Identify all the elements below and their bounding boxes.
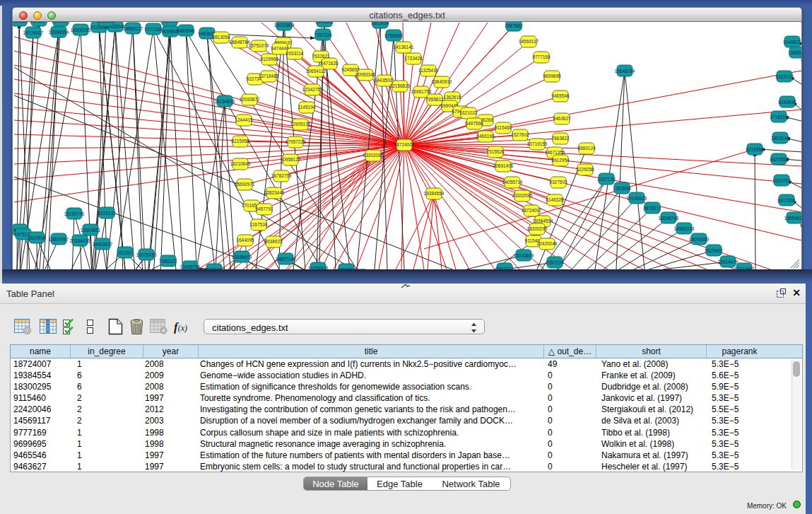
svg-text:1610753: 1610753: [772, 178, 791, 183]
svg-text:1733426: 1733426: [404, 56, 423, 61]
svg-text:13640910: 13640910: [432, 79, 452, 84]
svg-text:13495756: 13495756: [180, 264, 201, 269]
svg-text:1167534: 1167534: [250, 222, 268, 227]
svg-text:9115460: 9115460: [495, 125, 512, 130]
svg-text:18724007: 18724007: [394, 142, 415, 147]
svg-text:8471626: 8471626: [320, 61, 339, 66]
svg-text:20364436: 20364436: [70, 238, 90, 243]
svg-text:1145194: 1145194: [298, 105, 316, 110]
svg-text:8912954: 8912954: [52, 22, 70, 23]
svg-text:6466160: 6466160: [476, 134, 495, 139]
svg-text:9465546: 9465546: [551, 93, 570, 98]
svg-text:8813054: 8813054: [371, 22, 389, 25]
svg-text:16961758: 16961758: [411, 89, 432, 94]
svg-text:7515526: 7515526: [486, 149, 505, 154]
svg-text:2718119: 2718119: [770, 115, 788, 119]
svg-text:7357224: 7357224: [546, 260, 564, 265]
svg-text:1615132: 1615132: [98, 211, 116, 216]
svg-text:14435001: 14435001: [375, 78, 395, 83]
svg-text:12093872: 12093872: [240, 97, 260, 102]
svg-text:14569117: 14569117: [123, 26, 143, 31]
svg-text:9777169: 9777169: [532, 54, 551, 59]
svg-text:16033809: 16033809: [514, 253, 534, 258]
svg-text:15751074: 15751074: [249, 43, 269, 48]
svg-text:8146328: 8146328: [546, 197, 564, 202]
svg-text:19756928: 19756928: [308, 266, 329, 270]
svg-text:8660124: 8660124: [30, 22, 48, 23]
svg-text:19384554: 19384554: [424, 191, 445, 196]
svg-text:20953346: 20953346: [355, 72, 376, 77]
svg-text:8215958: 8215958: [746, 147, 764, 152]
svg-text:12156829: 12156829: [390, 83, 411, 88]
svg-text:9084067: 9084067: [337, 267, 355, 270]
svg-text:1244415: 1244415: [235, 117, 253, 122]
svg-text:7986322: 7986322: [159, 259, 177, 264]
svg-text:8912954: 8912954: [551, 158, 570, 163]
svg-text:12905135: 12905135: [290, 122, 311, 127]
svg-text:3624554: 3624554: [28, 235, 46, 240]
svg-text:23302085: 23302085: [512, 193, 533, 198]
svg-text:10025453: 10025453: [136, 252, 157, 257]
svg-text:16154838: 16154838: [215, 99, 235, 104]
svg-text:14136141: 14136141: [394, 45, 414, 49]
svg-text:9245652: 9245652: [341, 67, 360, 72]
svg-text:10688609: 10688609: [232, 255, 252, 259]
svg-text:8242848: 8242848: [778, 100, 796, 105]
svg-text:18724007: 18724007: [23, 30, 44, 35]
svg-text:9699695: 9699695: [543, 74, 561, 78]
svg-text:5226058: 5226058: [97, 22, 115, 23]
svg-text:1362615: 1362615: [443, 95, 461, 100]
svg-text:6497568: 6497568: [465, 121, 483, 126]
svg-text:19384554: 19384554: [49, 30, 69, 35]
svg-text:9129966: 9129966: [260, 57, 278, 62]
svg-text:12342757: 12342757: [302, 87, 323, 92]
svg-text:9327503: 9327503: [160, 22, 179, 23]
svg-text:7625402: 7625402: [705, 248, 723, 253]
svg-text:7357224: 7357224: [314, 33, 332, 37]
svg-text:9327503: 9327503: [549, 180, 567, 185]
svg-text:11325419: 11325419: [418, 68, 439, 73]
svg-text:8878312: 8878312: [643, 206, 661, 211]
svg-text:22420046: 22420046: [537, 241, 558, 246]
svg-text:23302085: 23302085: [363, 153, 384, 158]
svg-text:1621022: 1621022: [459, 110, 478, 115]
svg-text:1353594: 1353594: [613, 186, 631, 191]
svg-text:18300295: 18300295: [527, 226, 548, 231]
svg-text:5322037: 5322037: [775, 74, 794, 79]
svg-text:7663822: 7663822: [13, 22, 28, 23]
svg-text:8813054: 8813054: [212, 35, 230, 40]
svg-text:18300295: 18300295: [71, 28, 91, 33]
svg-text:8146328: 8146328: [315, 22, 334, 24]
svg-text:8660124: 8660124: [577, 146, 596, 151]
svg-text:9463627: 9463627: [553, 116, 571, 121]
svg-text:1527602: 1527602: [511, 132, 529, 137]
svg-text:16648784: 16648784: [230, 40, 250, 45]
svg-text:12823446: 12823446: [264, 190, 285, 195]
svg-text:12213967: 12213967: [734, 267, 755, 270]
svg-text:14982224: 14982224: [674, 226, 695, 231]
svg-text:16210643: 16210643: [230, 161, 251, 166]
svg-text:62160: 62160: [119, 250, 131, 255]
svg-text:2803144: 2803144: [771, 136, 789, 141]
svg-text:9146821: 9146821: [783, 40, 801, 45]
svg-text:8427552: 8427552: [770, 157, 788, 162]
svg-text:10807487: 10807487: [49, 237, 69, 242]
svg-text:10654112: 10654112: [306, 69, 326, 74]
svg-text:16782759: 16782759: [271, 173, 292, 178]
svg-text:8938923: 8938923: [264, 239, 283, 244]
svg-text:13716485: 13716485: [259, 74, 279, 78]
svg-text:9465546: 9465546: [177, 28, 195, 33]
svg-text:18724007: 18724007: [522, 208, 542, 213]
svg-text:10719155: 10719155: [527, 141, 548, 146]
svg-text:10958127: 10958127: [281, 157, 301, 162]
svg-text:14671355: 14671355: [545, 150, 565, 155]
svg-text:19166825: 19166825: [627, 196, 647, 201]
svg-text:2933114: 2933114: [286, 51, 304, 56]
svg-text:13524851: 13524851: [81, 228, 101, 233]
svg-text:1588520: 1588520: [788, 50, 801, 55]
svg-text:18093489: 18093489: [689, 237, 710, 242]
svg-text:9457791: 9457791: [255, 206, 273, 211]
svg-text:15692971: 15692971: [235, 182, 255, 187]
svg-text:16120746: 16120746: [64, 211, 85, 216]
svg-text:14055714: 14055714: [502, 180, 523, 185]
